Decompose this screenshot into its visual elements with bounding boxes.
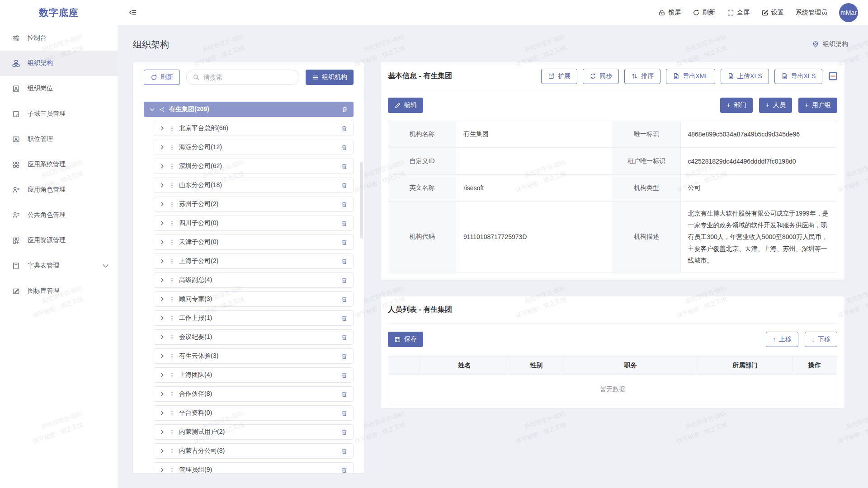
trash-icon[interactable] xyxy=(341,315,348,322)
sidebar-item-app-role-mgmt[interactable]: 应用角色管理 xyxy=(0,177,118,202)
chevron-right-icon[interactable] xyxy=(160,372,165,378)
tree-node[interactable]: 高级副总(4) xyxy=(154,272,354,288)
tree-node[interactable]: 合作伙伴(8) xyxy=(154,386,354,402)
tree-node[interactable]: 管理员组(9) xyxy=(154,462,354,473)
chevron-right-icon[interactable] xyxy=(160,164,165,169)
drag-handle-icon[interactable] xyxy=(169,221,175,226)
tree-node[interactable]: 天津子公司(0) xyxy=(154,235,354,250)
trash-icon[interactable] xyxy=(341,410,348,417)
chevron-right-icon[interactable] xyxy=(160,277,165,283)
trash-icon[interactable] xyxy=(341,353,348,360)
drag-handle-icon[interactable] xyxy=(169,126,175,131)
chevron-right-icon[interactable] xyxy=(160,448,165,454)
chevron-right-icon[interactable] xyxy=(160,221,165,226)
sidebar-item-app-system-mgmt[interactable]: 应用系统管理 xyxy=(0,152,118,177)
chevron-right-icon[interactable] xyxy=(160,315,165,321)
export-xls-button[interactable]: 导出XLS xyxy=(774,69,822,84)
tree-node[interactable]: 平台资料(0) xyxy=(154,405,354,421)
refresh-tree-button[interactable]: 刷新 xyxy=(144,70,180,85)
topbar-fullscreen-button[interactable]: 全屏 xyxy=(727,9,750,17)
tree-node[interactable]: 北京平台总部(66) xyxy=(154,121,354,136)
tree-node[interactable]: 四川子公司(0) xyxy=(154,216,354,231)
chevron-right-icon[interactable] xyxy=(160,429,165,435)
trash-icon[interactable] xyxy=(341,372,348,379)
tree-node[interactable]: 山东分公司(18) xyxy=(154,178,354,193)
sidebar-item-app-resource-mgmt[interactable]: 应用资源管理 xyxy=(0,228,118,253)
tree-node[interactable]: 苏州子公司(2) xyxy=(154,197,354,212)
sidebar-item-public-role-mgmt[interactable]: 公共角色管理 xyxy=(0,202,118,228)
menu-fold-icon[interactable] xyxy=(128,8,137,17)
chevron-right-icon[interactable] xyxy=(160,410,165,416)
chevron-right-icon[interactable] xyxy=(160,334,165,340)
add-department-button[interactable]: +部门 xyxy=(720,98,753,113)
tree-node[interactable]: 工作上报(1) xyxy=(154,310,354,326)
drag-handle-icon[interactable] xyxy=(169,372,175,378)
topbar-refresh-button[interactable]: 刷新 xyxy=(693,9,715,17)
chevron-right-icon[interactable] xyxy=(160,391,165,397)
chevron-right-icon[interactable] xyxy=(160,145,165,150)
drag-handle-icon[interactable] xyxy=(169,277,175,283)
drag-handle-icon[interactable] xyxy=(169,183,175,188)
sidebar-item-subdomain-admin[interactable]: 子域三员管理 xyxy=(0,101,118,127)
sidebar-item-org-structure[interactable]: 组织架构 xyxy=(0,51,118,76)
tree-node[interactable]: 海淀分公司(12) xyxy=(154,140,354,155)
add-user-group-button[interactable]: +用户组 xyxy=(798,98,837,113)
drag-handle-icon[interactable] xyxy=(169,467,175,473)
move-up-button[interactable]: ↑ 上移 xyxy=(766,332,798,347)
trash-icon[interactable] xyxy=(341,239,348,246)
trash-icon[interactable] xyxy=(341,220,348,227)
chevron-right-icon[interactable] xyxy=(160,296,165,302)
scrollbar-thumb[interactable] xyxy=(360,162,363,239)
drag-handle-icon[interactable] xyxy=(169,145,175,150)
org-type-button[interactable]: 组织机构 xyxy=(306,70,354,85)
trash-icon[interactable] xyxy=(341,296,348,303)
move-down-button[interactable]: ↓ 下移 xyxy=(805,332,837,347)
chevron-right-icon[interactable] xyxy=(160,258,165,264)
drag-handle-icon[interactable] xyxy=(169,202,175,207)
topbar-settings-button[interactable]: 设置 xyxy=(761,9,784,17)
tree-node[interactable]: 上海团队(4) xyxy=(154,367,354,383)
chevron-right-icon[interactable] xyxy=(160,202,165,207)
export-xml-button[interactable]: 导出XML xyxy=(666,69,715,84)
trash-icon[interactable] xyxy=(341,334,348,341)
drag-handle-icon[interactable] xyxy=(169,391,175,397)
search-input[interactable] xyxy=(203,74,293,81)
drag-handle-icon[interactable] xyxy=(169,315,175,321)
chevron-right-icon[interactable] xyxy=(160,239,165,245)
sidebar-item-console[interactable]: 控制台 xyxy=(0,25,118,51)
sync-button[interactable]: 同步 xyxy=(583,69,619,84)
trash-icon[interactable] xyxy=(341,277,348,284)
chevron-right-icon[interactable] xyxy=(160,183,165,188)
topbar-lock-screen-button[interactable]: 锁屏 xyxy=(658,9,681,17)
tree-root-node[interactable]: 有生集团(209) xyxy=(144,102,354,117)
save-button[interactable]: 保存 xyxy=(388,332,423,347)
drag-handle-icon[interactable] xyxy=(169,410,175,416)
trash-icon[interactable] xyxy=(341,391,348,398)
upload-xls-button[interactable]: 上传XLS xyxy=(721,69,769,84)
tree-node[interactable]: 内蒙测试用户(2) xyxy=(154,424,354,440)
tree-node[interactable]: 内蒙古分公司(8) xyxy=(154,443,354,459)
drag-handle-icon[interactable] xyxy=(169,334,175,340)
chevron-right-icon[interactable] xyxy=(160,353,165,359)
trash-icon[interactable] xyxy=(341,448,348,455)
tree-node[interactable]: 顾问专家(3) xyxy=(154,291,354,307)
drag-handle-icon[interactable] xyxy=(169,164,175,169)
tree-node[interactable]: 有生云体验(3) xyxy=(154,348,354,364)
trash-icon[interactable] xyxy=(341,106,348,113)
collapse-panel-icon[interactable] xyxy=(829,72,837,80)
trash-icon[interactable] xyxy=(341,258,348,265)
trash-icon[interactable] xyxy=(341,125,348,132)
expand-button[interactable]: 扩展 xyxy=(541,69,577,84)
drag-handle-icon[interactable] xyxy=(169,239,175,245)
add-person-button[interactable]: +人员 xyxy=(759,98,792,113)
trash-icon[interactable] xyxy=(341,163,348,170)
drag-handle-icon[interactable] xyxy=(169,258,175,264)
tree-node[interactable]: 深圳分公司(62) xyxy=(154,159,354,174)
sidebar-item-icon-lib-mgmt[interactable]: 图标库管理 xyxy=(0,278,118,304)
sidebar-item-dict-mgmt[interactable]: 字典表管理 xyxy=(0,253,118,278)
sort-button[interactable]: 排序 xyxy=(624,69,660,84)
drag-handle-icon[interactable] xyxy=(169,448,175,454)
sidebar-item-org-post[interactable]: 组织岗位 xyxy=(0,76,118,101)
chevron-down-icon[interactable] xyxy=(149,107,155,113)
sidebar-item-position-mgmt[interactable]: 职位管理 xyxy=(0,127,118,152)
